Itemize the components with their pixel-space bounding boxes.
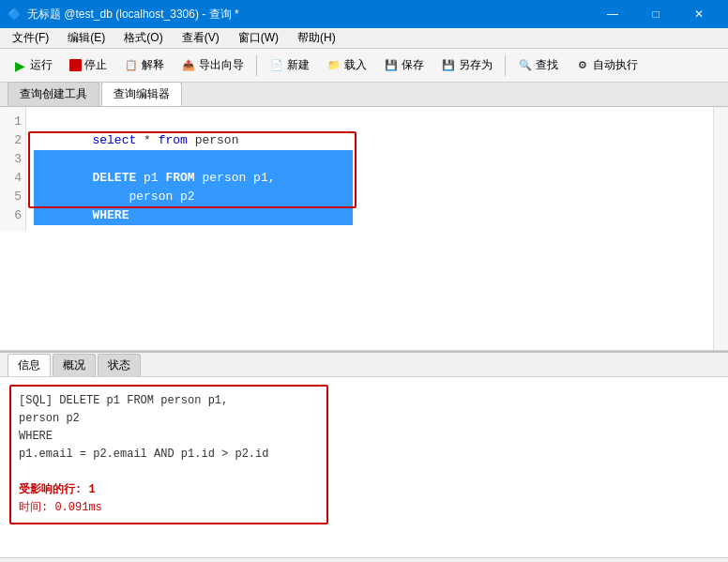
bottom-tab-strip: 信息 概况 状态 bbox=[0, 353, 728, 377]
code-line-3: DELETE p1 FROM person p1, bbox=[34, 150, 353, 169]
new-label: 新建 bbox=[287, 57, 310, 73]
title-bar-left: 🔷 无标题 @test_db (localhost_3306) - 查询 * bbox=[8, 7, 239, 23]
editor-content: 1 2 3 4 5 6 select * from person DELETE … bbox=[0, 107, 728, 231]
editor-scrollbar[interactable] bbox=[713, 107, 728, 350]
app-icon: 🔷 bbox=[8, 8, 22, 21]
stop-icon bbox=[69, 59, 82, 71]
tab-editor[interactable]: 查询编辑器 bbox=[101, 82, 182, 106]
result-affected: 受影响的行: 1 bbox=[19, 481, 319, 499]
title-bar: 🔷 无标题 @test_db (localhost_3306) - 查询 * —… bbox=[0, 0, 728, 28]
auto-run-label: 自动执行 bbox=[593, 57, 638, 73]
result-sql-1: [SQL] DELETE p1 FROM person p1, bbox=[19, 392, 319, 410]
title-bar-controls: — □ ✕ bbox=[591, 0, 720, 28]
find-button[interactable]: 🔍 查找 bbox=[511, 53, 565, 77]
load-label: 载入 bbox=[344, 57, 367, 73]
find-label: 查找 bbox=[536, 57, 558, 73]
save-as-label: 另存为 bbox=[459, 57, 493, 73]
code-line-1: select * from person bbox=[34, 113, 720, 131]
toolbar: ▶ 运行 停止 📋 解释 📤 导出向导 📄 新建 📁 载入 💾 保存 💾 另存为… bbox=[0, 49, 728, 83]
close-button[interactable]: ✕ bbox=[677, 0, 720, 28]
run-icon: ▶ bbox=[12, 58, 27, 73]
auto-run-icon: ⚙ bbox=[575, 58, 590, 73]
result-sql-2: person p2 bbox=[19, 410, 319, 428]
tab-create-tool[interactable]: 查询创建工具 bbox=[8, 82, 99, 106]
find-icon: 🔍 bbox=[518, 58, 533, 73]
stop-label: 停止 bbox=[84, 57, 107, 73]
explain-icon: 📋 bbox=[124, 58, 139, 73]
run-label: 运行 bbox=[30, 57, 53, 73]
bottom-tab-profile[interactable]: 概况 bbox=[53, 354, 96, 376]
toolbar-sep-2 bbox=[505, 55, 506, 76]
menu-window[interactable]: 窗口(W) bbox=[230, 27, 287, 49]
auto-run-button[interactable]: ⚙ 自动执行 bbox=[569, 53, 645, 77]
export-label: 导出向导 bbox=[199, 57, 244, 73]
save-icon: 💾 bbox=[384, 58, 399, 73]
save-as-button[interactable]: 💾 另存为 bbox=[434, 53, 499, 77]
query-editor[interactable]: 1 2 3 4 5 6 select * from person DELETE … bbox=[0, 107, 728, 351]
maximize-button[interactable]: □ bbox=[634, 0, 677, 28]
menu-format[interactable]: 格式(O) bbox=[115, 27, 171, 49]
bottom-panel: 信息 概况 状态 [SQL] DELETE p1 FROM person p1,… bbox=[0, 351, 728, 557]
result-box: [SQL] DELETE p1 FROM person p1, person p… bbox=[9, 385, 328, 524]
menu-view[interactable]: 查看(V) bbox=[174, 27, 228, 49]
menu-bar: 文件(F) 编辑(E) 格式(O) 查看(V) 窗口(W) 帮助(H) bbox=[0, 28, 728, 49]
new-icon: 📄 bbox=[269, 58, 284, 73]
load-icon: 📁 bbox=[326, 58, 341, 73]
result-blank bbox=[19, 463, 319, 481]
minimize-button[interactable]: — bbox=[591, 0, 634, 28]
bottom-tab-status[interactable]: 状态 bbox=[98, 354, 141, 376]
menu-help[interactable]: 帮助(H) bbox=[289, 27, 344, 49]
load-button[interactable]: 📁 载入 bbox=[320, 53, 373, 77]
menu-edit[interactable]: 编辑(E) bbox=[59, 27, 114, 49]
export-icon: 📤 bbox=[181, 58, 196, 73]
toolbar-sep-1 bbox=[256, 55, 257, 76]
result-sql-4: p1.email = p2.email AND p1.id > p2.id bbox=[19, 446, 319, 463]
save-button[interactable]: 💾 保存 bbox=[377, 53, 431, 77]
window-title: 无标题 @test_db (localhost_3306) - 查询 * bbox=[27, 7, 239, 23]
status-bar: 查询时间: 0.091s bbox=[0, 557, 728, 562]
new-button[interactable]: 📄 新建 bbox=[263, 53, 316, 77]
result-time: 时间: 0.091ms bbox=[19, 499, 319, 517]
explain-button[interactable]: 📋 解释 bbox=[117, 53, 171, 77]
explain-label: 解释 bbox=[142, 57, 164, 73]
result-sql-3: WHERE bbox=[19, 428, 319, 446]
line-numbers: 1 2 3 4 5 6 bbox=[0, 107, 26, 231]
bottom-tab-info[interactable]: 信息 bbox=[8, 354, 51, 376]
export-wizard-button[interactable]: 📤 导出向导 bbox=[174, 53, 250, 77]
run-button[interactable]: ▶ 运行 bbox=[6, 53, 59, 77]
bottom-content: [SQL] DELETE p1 FROM person p1, person p… bbox=[0, 377, 728, 557]
save-label: 保存 bbox=[402, 57, 424, 73]
stop-button[interactable]: 停止 bbox=[63, 53, 114, 77]
query-tab-strip: 查询创建工具 查询编辑器 bbox=[0, 83, 728, 107]
save-as-icon: 💾 bbox=[441, 58, 456, 73]
code-area[interactable]: select * from person DELETE p1 FROM pers… bbox=[26, 107, 728, 231]
menu-file[interactable]: 文件(F) bbox=[4, 27, 57, 49]
